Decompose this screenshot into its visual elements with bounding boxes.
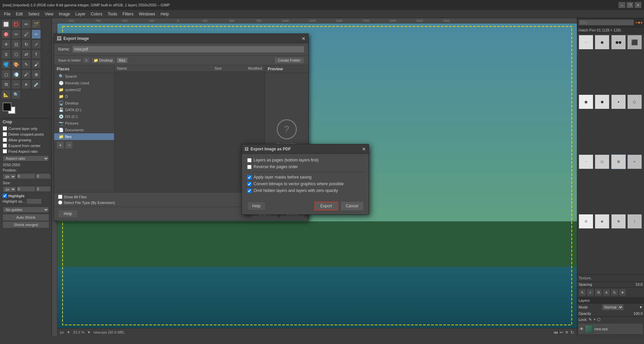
show-all-files-checkbox[interactable] <box>58 195 62 199</box>
lock-pos-button[interactable]: + <box>593 317 596 322</box>
tool-measure[interactable]: 📐 <box>1 90 11 99</box>
tool-ink[interactable]: 🖋 <box>21 70 31 79</box>
places-item-desktop[interactable]: 🖥️ Desktop <box>54 100 114 107</box>
brush-cell-1[interactable]: ··· <box>579 35 593 50</box>
brush-cell-8[interactable]: ⬡ <box>627 94 642 109</box>
create-folder-button[interactable]: Create Folder <box>274 57 304 64</box>
export-help-button[interactable]: Help <box>58 210 78 218</box>
menu-file[interactable]: File <box>1 11 13 17</box>
menu-select[interactable]: Select <box>25 11 42 17</box>
position-x[interactable]: 0 <box>17 174 35 179</box>
tool-ellipse-select[interactable]: ⭕ <box>11 19 21 29</box>
size-unit[interactable]: px <box>3 186 16 192</box>
places-item-files[interactable]: 📁 files <box>54 133 114 140</box>
nav-cancel-button[interactable]: ✕ <box>565 330 569 335</box>
tool-smudge[interactable]: 〰 <box>11 80 21 89</box>
tool-text[interactable]: T <box>32 50 41 59</box>
tool-paths[interactable]: 🖊 <box>21 29 31 39</box>
tool-heal[interactable]: ⊕ <box>32 70 41 79</box>
highlight-op-input[interactable]: 50.0 <box>26 199 42 204</box>
tool-clone[interactable]: ⧉ <box>1 80 11 89</box>
close-window-button[interactable]: ✕ <box>635 2 641 8</box>
tool-fuzzy-select[interactable]: 🪄 <box>32 19 41 29</box>
tool-airbrush[interactable]: 💨 <box>11 70 21 79</box>
nav-apply-button[interactable]: ↻ <box>570 330 574 335</box>
nav-to-start-button[interactable]: ⏮ <box>553 330 558 335</box>
brush-cell-14[interactable]: ◈ <box>595 214 609 229</box>
layer-visibility-icon[interactable]: 👁 <box>580 327 584 331</box>
places-item-osc[interactable]: 💿 OS (C:) <box>54 113 114 120</box>
tool-perspective[interactable]: ⬡ <box>11 50 21 59</box>
size-y[interactable] <box>36 186 50 192</box>
lock-alpha-button[interactable]: ⬡ <box>597 317 600 322</box>
tool-scale[interactable]: ⤢ <box>32 40 41 49</box>
places-remove-button[interactable]: − <box>65 141 73 149</box>
brush-refresh-button[interactable]: ↻ <box>611 289 618 296</box>
nav-undo-button[interactable]: ↩ <box>559 330 564 335</box>
layer-item[interactable]: 👁 new.eps <box>579 324 643 334</box>
fixed-aspect-dropdown[interactable]: Aspect ratio Width Height Size <box>3 155 49 161</box>
menu-tools[interactable]: Tools <box>105 11 120 17</box>
places-item-pictures[interactable]: 📷 Pictures <box>54 120 114 127</box>
tool-align[interactable]: ⊡ <box>11 40 21 49</box>
position-unit[interactable]: px <box>3 174 16 180</box>
places-item-data[interactable]: 💾 DATA (D:) <box>54 107 114 113</box>
tool-rect-select[interactable]: ⬜ <box>1 19 11 29</box>
lock-pixels-button[interactable]: ✎ <box>589 317 592 322</box>
tool-bucket-fill[interactable]: 🪣 <box>1 60 11 69</box>
breadcrumb-files-button[interactable]: files <box>116 57 128 63</box>
file-type-radio[interactable] <box>58 200 62 205</box>
fixed-aspect-checkbox[interactable] <box>3 149 7 153</box>
brush-cell-5[interactable]: ★ <box>579 94 593 109</box>
pdf-export-button[interactable]: Export <box>314 202 338 210</box>
places-item-recent[interactable]: 🕐 Recently Used <box>54 80 114 86</box>
tool-flip[interactable]: ⇄ <box>21 50 31 59</box>
tool-move[interactable]: ✛ <box>1 40 11 49</box>
export-name-input[interactable] <box>72 46 304 53</box>
brush-cell-12[interactable]: ≈ <box>627 154 642 169</box>
tool-color-picker[interactable]: 💉 <box>32 80 41 89</box>
brush-cell-4[interactable]: ⬛ <box>627 35 642 50</box>
brush-cell-16[interactable]: ⟊ <box>627 214 642 229</box>
menu-help[interactable]: Help <box>158 11 172 17</box>
file-col-size-header[interactable]: Size <box>202 66 222 70</box>
expand-center-checkbox[interactable] <box>3 143 7 148</box>
brush-cell-15[interactable]: ⊗ <box>611 214 626 229</box>
brush-edit-button[interactable]: ✎ <box>579 289 586 296</box>
menu-layer[interactable]: Layer <box>73 11 88 17</box>
mode-select[interactable]: Normal Multiply Screen <box>602 304 624 310</box>
file-col-name-header[interactable]: Name <box>117 66 202 70</box>
tool-foreground-select[interactable]: 🎯 <box>1 29 11 39</box>
brush-duplicate-button[interactable]: ⧉ <box>595 289 602 296</box>
pdf-reverse-pages-checkbox[interactable] <box>247 165 252 169</box>
tool-dodge[interactable]: ☀ <box>21 80 31 89</box>
tool-crop[interactable]: ✂ <box>32 29 41 39</box>
tool-rotate[interactable]: ↻ <box>21 40 31 49</box>
pdf-omit-hidden-checkbox[interactable] <box>247 189 252 193</box>
pdf-cancel-button[interactable]: Cancel <box>341 202 363 210</box>
brush-cell-10[interactable]: ◻ <box>595 154 609 169</box>
delete-cropped-checkbox[interactable] <box>3 132 7 136</box>
tool-blend[interactable]: 🎨 <box>11 60 21 69</box>
places-add-button[interactable]: + <box>57 141 64 149</box>
brush-cell-13[interactable]: ⊙ <box>579 214 593 229</box>
auto-shrink-button[interactable]: Auto Shrink <box>3 214 49 221</box>
brush-cell-6[interactable]: ⬟ <box>595 94 609 109</box>
filter-input[interactable] <box>579 19 634 25</box>
tool-scissors[interactable]: ✂ <box>11 29 21 39</box>
tool-eraser[interactable]: ◻ <box>1 70 11 79</box>
menu-filters[interactable]: Filters <box>120 11 136 17</box>
brush-menu-button[interactable]: ▼ <box>619 289 626 296</box>
places-item-o[interactable]: 📁 O <box>54 93 114 100</box>
menu-edit[interactable]: Edit <box>13 11 25 17</box>
pdf-apply-masks-checkbox[interactable] <box>247 175 252 180</box>
restore-button[interactable]: ❐ <box>627 2 633 8</box>
brush-delete-button[interactable]: ✕ <box>603 289 610 296</box>
pdf-layers-as-pages-checkbox[interactable] <box>247 158 252 162</box>
mode-expand-icon[interactable]: ▼ <box>639 305 643 309</box>
brush-new-button[interactable]: + <box>587 289 594 296</box>
tool-zoom[interactable]: 🔍 <box>11 90 21 99</box>
tool-shear[interactable]: ⧖ <box>1 50 11 59</box>
breadcrumb-back-button[interactable]: < <box>83 57 90 63</box>
minimize-button[interactable]: – <box>619 2 625 8</box>
